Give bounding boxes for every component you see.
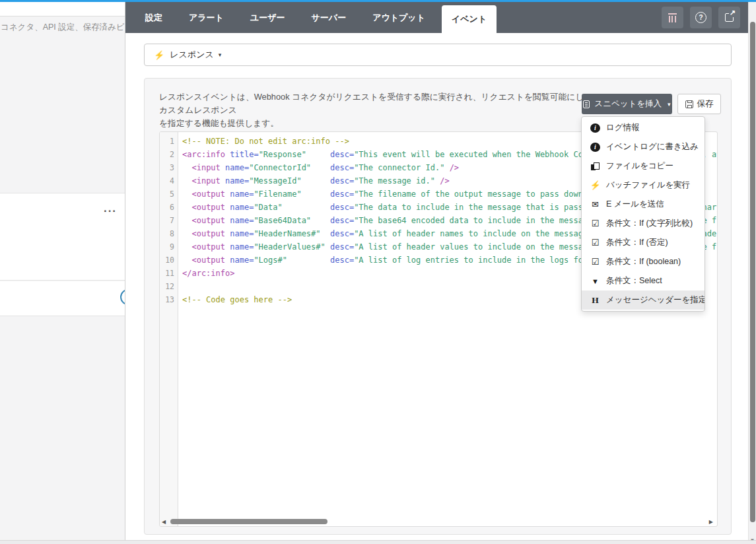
menu-item-label: イベントログに書き込み [606, 141, 699, 153]
menu-item[interactable]: ⚡バッチファイルを実行 [582, 176, 704, 195]
funnel-icon: ▼ [590, 277, 600, 285]
sidebar: コネクタ、API 設定、保存済みビュー、... ··· [0, 2, 125, 540]
menu-item[interactable]: ☑条件文：If (否定) [582, 233, 704, 252]
check-icon: ☑ [590, 219, 600, 228]
menu-item-label: ファイルをコピー [606, 160, 673, 172]
menu-item-label: 条件文：If (否定) [606, 237, 668, 248]
line-number: 11 [160, 267, 178, 280]
line-number: 3 [160, 161, 178, 174]
check-icon: ☑ [590, 238, 600, 248]
event-description: レスポンスイベントは、Webhook コネクタがリクエストを受信する際に実行され… [159, 90, 596, 131]
menu-item[interactable]: ファイルをコピー [582, 156, 704, 176]
menu-item-label: 条件文：If (文字列比較) [606, 218, 693, 229]
tab-bar: 設定アラートユーザーサーバーアウトプットイベント [132, 2, 500, 33]
header-icon: H [590, 295, 600, 306]
check-icon: ☑ [590, 257, 600, 267]
more-options-button[interactable]: ··· [104, 207, 117, 216]
line-number: 8 [160, 227, 178, 240]
menu-item[interactable]: ☑条件文：If (boolean) [582, 252, 704, 271]
line-number: 12 [160, 280, 178, 293]
header-actions: ? [662, 7, 740, 28]
save-label: 保存 [697, 98, 714, 110]
page-scrollbar[interactable]: ▼ [748, 2, 756, 544]
insert-snippet-label: スニペットを挿入 [594, 98, 662, 110]
tab-設定[interactable]: 設定 [135, 2, 172, 33]
menu-item-label: バッチファイルを実行 [606, 180, 690, 191]
line-number: 2 [160, 148, 178, 161]
save-button[interactable]: 保存 [677, 94, 721, 114]
external-link-icon [725, 13, 734, 22]
menu-item-label: メッセージヘッダーを指定 [606, 294, 705, 306]
scroll-left-icon[interactable]: ◀ [162, 519, 166, 525]
menu-item-label: E メールを送信 [606, 199, 664, 210]
chevron-down-icon: ▾ [668, 101, 671, 108]
line-number: 9 [160, 240, 178, 254]
tab-ユーザー[interactable]: ユーザー [240, 2, 295, 33]
copy-icon [590, 162, 600, 171]
line-number: 1 [160, 135, 178, 148]
bolt-icon: ⚡ [590, 180, 600, 190]
menu-item-label: 条件文：Select [606, 275, 662, 287]
delete-button[interactable] [662, 7, 683, 28]
event-selector-label: レスポンス [170, 49, 214, 61]
page-scrollbar-thumb[interactable] [750, 22, 755, 522]
line-number-gutter: 12345678910111213 [160, 132, 178, 526]
info-icon: i [590, 123, 600, 133]
open-external-button[interactable] [718, 7, 740, 28]
header: 設定アラートユーザーサーバーアウトプットイベント ? [125, 2, 748, 33]
envelope-icon: ✉ [590, 199, 600, 209]
insert-snippet-button[interactable]: スニペットを挿入 ▾ [582, 94, 672, 114]
event-selector[interactable]: ⚡ レスポンス ▾ [144, 44, 732, 66]
tab-サーバー[interactable]: サーバー [302, 2, 357, 33]
chevron-down-icon: ▾ [219, 51, 222, 58]
line-number: 13 [160, 293, 178, 306]
line-number: 5 [160, 187, 178, 201]
line-number: 6 [160, 201, 178, 214]
menu-item-label: ログ情報 [606, 122, 640, 133]
sidebar-card: ··· [0, 193, 125, 281]
document-icon [583, 100, 590, 108]
menu-item[interactable]: iログ情報 [582, 118, 704, 137]
help-button[interactable]: ? [690, 7, 712, 28]
save-icon [685, 100, 693, 108]
line-number: 4 [160, 174, 178, 187]
tab-イベント[interactable]: イベント [442, 5, 497, 33]
menu-item[interactable]: Hメッセージヘッダーを指定 [582, 290, 704, 310]
menu-item[interactable]: ✉E メールを送信 [582, 195, 704, 214]
tab-アラート[interactable]: アラート [179, 2, 234, 33]
line-number: 7 [160, 214, 178, 227]
lightning-icon: ⚡ [154, 50, 164, 60]
horizontal-scrollbar[interactable]: ◀ ▶ [162, 518, 713, 525]
tab-アウトプット[interactable]: アウトプット [362, 2, 435, 33]
sidebar-breadcrumb-text: コネクタ、API 設定、保存済みビュー、... [0, 17, 125, 37]
menu-item[interactable]: ☑条件文：If (文字列比較) [582, 214, 704, 233]
menu-item[interactable]: ▼条件文：Select [582, 271, 704, 290]
scroll-right-icon[interactable]: ▶ [709, 519, 713, 525]
snippet-menu: iログ情報iイベントログに書き込みファイルをコピー⚡バッチファイルを実行✉E メ… [581, 116, 705, 312]
sidebar-toolbar [0, 2, 125, 17]
horizontal-scrollbar-thumb[interactable] [170, 519, 327, 524]
sidebar-card-secondary [0, 281, 125, 316]
question-icon: ? [695, 12, 706, 23]
menu-item[interactable]: iイベントログに書き込み [582, 137, 704, 156]
page-footer [0, 540, 756, 544]
line-number: 10 [160, 254, 178, 267]
menu-item-label: 条件文：If (boolean) [606, 256, 681, 267]
trash-icon [669, 13, 676, 22]
info-icon: i [590, 143, 600, 152]
